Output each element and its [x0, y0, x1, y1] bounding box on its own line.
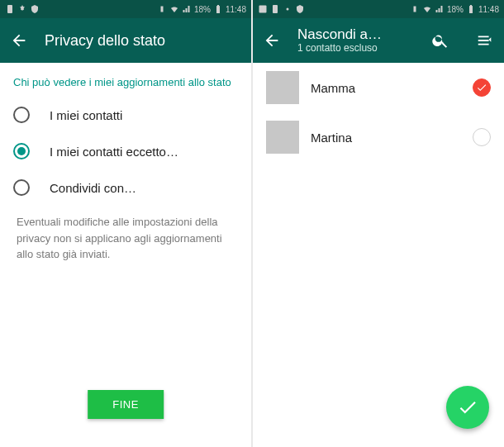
sim-icon — [270, 4, 280, 14]
svg-rect-8 — [470, 5, 472, 6]
signal-icon — [435, 4, 445, 14]
sim-icon — [5, 4, 15, 14]
radio-label: I miei contatti — [50, 108, 122, 122]
status-bar: 18% 11:48 — [0, 0, 251, 18]
section-header: Chi può vedere i miei aggiornamenti allo… — [0, 63, 251, 97]
signal-icon — [182, 4, 192, 14]
image-icon — [258, 4, 268, 14]
shield-icon — [295, 4, 305, 14]
settings-icon — [17, 4, 27, 14]
page-subtitle: 1 contatto escluso — [297, 42, 405, 54]
page-title: Nascondi a… — [297, 27, 405, 43]
appbar: Nascondi a… 1 contatto escluso — [253, 18, 504, 63]
battery-percent: 18% — [194, 5, 211, 14]
svg-rect-3 — [217, 5, 219, 6]
shield-icon — [30, 4, 40, 14]
battery-icon — [466, 4, 476, 14]
select-all-icon[interactable] — [476, 31, 494, 50]
svg-rect-0 — [7, 5, 12, 13]
done-button[interactable]: FINE — [88, 390, 164, 419]
contact-row[interactable]: Martina — [253, 112, 504, 162]
radio-label: I miei contatti eccetto… — [50, 145, 178, 159]
wifi-icon — [169, 4, 179, 14]
check-icon — [457, 397, 478, 418]
vibrate-icon — [410, 4, 420, 14]
radio-label: Condividi con… — [50, 181, 136, 195]
vibrate-icon — [157, 4, 167, 14]
settings-icon — [283, 4, 292, 14]
svg-point-6 — [287, 8, 289, 11]
contact-name: Mamma — [311, 81, 461, 95]
battery-icon — [213, 4, 223, 14]
content-area: Mamma Martina — [253, 63, 504, 447]
page-title: Privacy dello stato — [45, 32, 241, 50]
screen-status-privacy: 18% 11:48 Privacy dello stato Chi può ve… — [0, 0, 251, 447]
svg-rect-2 — [216, 6, 220, 13]
svg-rect-5 — [273, 5, 278, 13]
search-icon[interactable] — [431, 31, 449, 50]
confirm-fab[interactable] — [446, 386, 489, 429]
radio-option-share-with[interactable]: Condividi con… — [0, 169, 251, 206]
appbar: Privacy dello stato — [0, 18, 251, 63]
radio-icon — [13, 107, 30, 123]
contact-row[interactable]: Mamma — [253, 63, 504, 112]
status-bar: 18% 11:48 — [253, 0, 504, 18]
back-arrow-icon[interactable] — [263, 31, 281, 50]
wifi-icon — [422, 4, 432, 14]
svg-rect-7 — [469, 6, 473, 13]
privacy-hint-text: Eventuali modifiche alle impostazioni de… — [0, 206, 251, 263]
battery-percent: 18% — [447, 5, 464, 14]
svg-rect-4 — [259, 6, 267, 13]
radio-icon-selected — [13, 143, 30, 159]
checkmark-selected-icon[interactable] — [473, 78, 491, 97]
radio-icon — [13, 179, 30, 196]
clock: 11:48 — [226, 5, 246, 14]
avatar — [266, 71, 299, 104]
back-arrow-icon[interactable] — [10, 31, 28, 50]
avatar — [266, 121, 299, 154]
checkmark-unselected-icon[interactable] — [473, 128, 491, 146]
radio-option-my-contacts-except[interactable]: I miei contatti eccetto… — [0, 133, 251, 169]
screen-hide-from: 18% 11:48 Nascondi a… 1 contatto escluso… — [253, 0, 504, 447]
clock: 11:48 — [478, 5, 499, 14]
radio-option-my-contacts[interactable]: I miei contatti — [0, 97, 251, 133]
contact-name: Martina — [311, 131, 461, 145]
content-area: Chi può vedere i miei aggiornamenti allo… — [0, 63, 251, 447]
